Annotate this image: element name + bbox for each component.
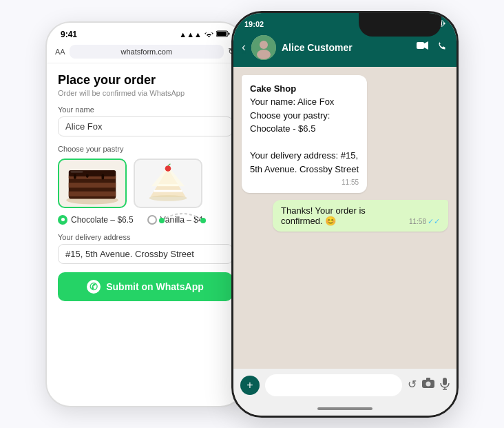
wa-msg-pastry: Choose your pastry:: [250, 110, 330, 121]
wa-time: 19:02: [244, 20, 264, 28]
left-status-icons: ▲▲▲: [179, 30, 230, 39]
chocolate-radio-inner: [61, 218, 65, 221]
wa-contact-info: Alice Customer: [282, 42, 411, 53]
chocolate-radio-dot: [58, 215, 67, 225]
svg-rect-6: [69, 183, 116, 187]
svg-point-26: [260, 41, 268, 49]
wifi-icon: [204, 30, 213, 39]
wa-shop-name: Cake Shop: [250, 83, 296, 94]
scene: 9:41 ▲▲▲ AA whatsform.com ↻ Place your o…: [0, 0, 504, 428]
chocolate-cake-image: [61, 161, 123, 206]
svg-rect-32: [426, 378, 430, 380]
wa-received-text: Cake Shop Your name: Alice Fox Choose yo…: [250, 82, 359, 176]
whatsapp-icon: ✆: [87, 280, 101, 294]
vanilla-cake-option[interactable]: [134, 159, 202, 208]
wa-back-button[interactable]: ‹: [242, 40, 246, 54]
svg-rect-1: [217, 32, 227, 36]
radio-options: Chocolate – $6.5 Vanilla – $4: [58, 215, 233, 225]
wa-mic-icon[interactable]: [440, 378, 450, 393]
address-label: Your delivery address: [58, 233, 233, 241]
vanilla-radio[interactable]: Vanilla – $4: [147, 215, 203, 225]
svg-rect-10: [86, 174, 89, 177]
wa-message-received: Cake Shop Your name: Alice Fox Choose yo…: [242, 75, 367, 194]
name-input[interactable]: Alice Fox: [58, 116, 233, 136]
svg-point-19: [149, 195, 187, 201]
svg-rect-24: [444, 22, 445, 24]
chocolate-label: Chocolate – $6.5: [71, 215, 134, 225]
submit-whatsapp-button[interactable]: ✆ Submit on WhatsApp: [58, 272, 233, 301]
wa-camera-icon[interactable]: [422, 378, 434, 393]
wa-header-icons: [417, 41, 448, 54]
wa-received-time: 11:55: [250, 179, 359, 186]
form-subtitle: Order will be confirmed via WhatsApp: [58, 89, 233, 97]
browser-bar: AA whatsform.com ↻: [47, 42, 244, 63]
home-bar: [317, 407, 372, 410]
wa-msg-name: Your name: Alice Fox: [250, 96, 334, 107]
right-notch: [359, 13, 441, 37]
svg-marker-29: [424, 41, 428, 50]
pastry-images: [58, 159, 233, 208]
wa-loop-icon[interactable]: ↺: [408, 378, 417, 393]
form-content: Place your order Order will be confirmed…: [47, 63, 244, 406]
submit-button-label: Submit on WhatsApp: [106, 281, 204, 292]
svg-line-18: [168, 163, 170, 165]
left-time: 9:41: [61, 30, 77, 39]
wa-read-ticks: ✓✓: [428, 217, 440, 226]
whatsapp-logo: ✆: [90, 281, 98, 292]
svg-rect-11: [102, 174, 105, 179]
wa-video-icon[interactable]: [417, 41, 429, 54]
svg-rect-9: [74, 174, 76, 179]
form-title: Place your order: [58, 73, 233, 88]
address-input[interactable]: #15, 5th Avenue. Crossby Street: [58, 244, 233, 264]
wa-msg-pastry-choice: Chocolate - $6.5: [250, 123, 315, 134]
phone-right: 19:02 ‹ Alice Cus: [231, 11, 459, 418]
chocolate-radio[interactable]: Chocolate – $6.5: [58, 215, 134, 225]
wa-message-input[interactable]: [265, 374, 402, 396]
wa-input-icons: ↺: [408, 378, 450, 393]
wa-sent-meta: 11:58 ✓✓: [409, 217, 440, 226]
svg-rect-7: [69, 191, 116, 196]
wa-phone-bottom: [233, 402, 456, 416]
browser-url[interactable]: whatsform.com: [70, 45, 224, 59]
browser-aa: AA: [55, 48, 65, 56]
wa-call-icon[interactable]: [437, 41, 448, 54]
wa-input-bar: + ↺: [233, 369, 456, 402]
svg-point-31: [426, 381, 431, 386]
svg-rect-12: [71, 171, 83, 173]
vanilla-cake-image: [144, 163, 192, 204]
chocolate-cake-option[interactable]: [58, 159, 127, 208]
left-statusbar: 9:41 ▲▲▲: [47, 23, 244, 42]
wa-attach-button[interactable]: +: [240, 376, 260, 395]
wa-avatar: [251, 35, 276, 60]
battery-icon: [216, 30, 230, 39]
wa-chat-area: Cake Shop Your name: Alice Fox Choose yo…: [233, 67, 456, 369]
wa-contact-name: Alice Customer: [282, 42, 411, 53]
wa-sent-text: Thanks! Your order is confirmed. 😊: [281, 205, 405, 226]
svg-rect-28: [417, 42, 424, 49]
vanilla-radio-dot: [147, 215, 157, 225]
wa-msg-address: Your delivery address: #15,5th Avenue. C…: [250, 150, 359, 174]
wa-message-sent: Thanks! Your order is confirmed. 😊 11:58…: [273, 200, 448, 232]
name-label: Your name: [58, 105, 233, 114]
svg-point-17: [165, 165, 171, 172]
svg-rect-33: [443, 378, 447, 385]
vanilla-label: Vanilla – $4: [160, 215, 203, 225]
svg-point-27: [257, 50, 271, 59]
svg-rect-2: [229, 32, 230, 34]
wa-sent-time: 11:58: [409, 218, 426, 225]
pastry-label: Choose your pastry: [58, 145, 233, 153]
signal-icon: ▲▲▲: [179, 30, 202, 39]
phone-left: 9:41 ▲▲▲ AA whatsform.com ↻ Place your o…: [45, 21, 245, 407]
